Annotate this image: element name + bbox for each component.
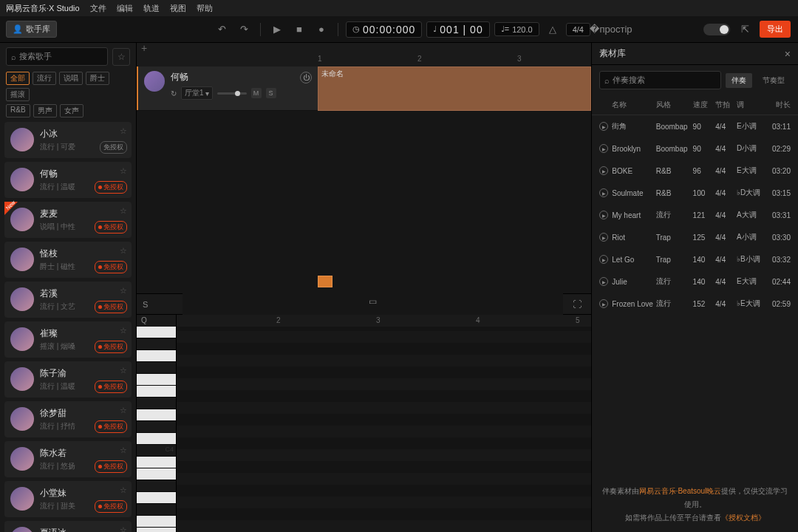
loop-icon[interactable]: ↻ <box>171 89 177 98</box>
filter-tag[interactable]: 说唱 <box>59 72 83 85</box>
solo-button[interactable]: S <box>266 88 276 98</box>
menu-view[interactable]: 视图 <box>170 3 186 14</box>
menu-edit[interactable]: 编辑 <box>117 3 133 14</box>
star-icon[interactable]: ☆ <box>120 366 127 375</box>
undo-icon[interactable]: ↶ <box>213 21 231 38</box>
play-icon[interactable]: ▶ <box>599 144 608 153</box>
tab-accompaniment[interactable]: 伴奏 <box>726 73 752 88</box>
piano-key[interactable] <box>137 480 176 492</box>
star-icon[interactable]: ☆ <box>120 246 127 256</box>
piano-key[interactable] <box>137 386 176 398</box>
singer-card[interactable]: 陈子渝流行 | 温暖☆免授权 <box>4 361 132 398</box>
provider-link[interactable]: 网易云音乐·Beatsoul晚云 <box>639 487 722 495</box>
play-icon[interactable]: ▶ <box>599 233 608 242</box>
singer-list[interactable]: 小冰流行 | 可爱☆免授权何畅流行 | 温暖☆免授权麦麦说唱 | 中性☆免授权怪… <box>0 119 136 532</box>
singer-library-button[interactable]: 👤 歌手库 <box>6 21 57 38</box>
singer-card[interactable]: 何畅流行 | 温暖☆免授权 <box>4 162 132 198</box>
track-header[interactable]: 何畅 ⏻ ↻ 厅堂1 ▾ M S <box>137 66 318 110</box>
piano-key[interactable] <box>137 327 176 338</box>
singer-card[interactable]: 陈水若流行 | 悠扬☆免授权 <box>4 441 132 477</box>
col-sig[interactable]: 节拍 <box>715 100 737 110</box>
mixer-icon[interactable]: �простір <box>602 21 620 38</box>
volume-slider[interactable] <box>217 92 247 95</box>
col-key[interactable]: 调 <box>737 100 766 110</box>
piano-key[interactable] <box>137 338 176 350</box>
toggle-switch[interactable] <box>703 24 730 35</box>
play-icon[interactable]: ▶ <box>599 166 608 175</box>
add-track-icon[interactable]: + <box>141 42 147 54</box>
expand-icon[interactable]: ⛶ <box>569 297 585 312</box>
singer-card[interactable]: 夏语冰☆ <box>4 521 132 532</box>
library-row[interactable]: ▶BOKER&B964/4E大调03:20 <box>592 160 798 182</box>
piano-key[interactable] <box>137 398 176 409</box>
play-icon[interactable]: ▶ <box>599 277 608 286</box>
play-icon[interactable]: ▶ <box>599 122 608 131</box>
singer-card[interactable]: 麦麦说唱 | 中性☆免授权 <box>4 202 132 238</box>
redo-icon[interactable]: ↷ <box>235 21 253 38</box>
piano-keys[interactable]: Q C4 <box>137 315 177 532</box>
star-icon[interactable]: ☆ <box>120 406 127 415</box>
piano-key[interactable] <box>137 374 176 386</box>
play-icon[interactable]: ▶ <box>599 299 608 308</box>
star-icon[interactable]: ☆ <box>120 126 127 136</box>
track-lane[interactable]: 未命名 <box>318 66 591 110</box>
export-icon[interactable]: ⇱ <box>736 21 754 38</box>
library-row[interactable]: ▶BrooklynBoombap904/4D小调02:29 <box>592 137 798 160</box>
library-row[interactable]: ▶Frozen Love流行1524/4♭E大调02:59 <box>592 293 798 315</box>
piano-key[interactable] <box>137 492 176 504</box>
star-icon[interactable]: ☆ <box>120 166 127 176</box>
audio-clip[interactable]: 未命名 <box>318 66 591 111</box>
tab-rhythm[interactable]: 节奏型 <box>757 73 791 88</box>
piano-key[interactable] <box>137 468 176 480</box>
preset-dropdown[interactable]: 厅堂1 ▾ <box>181 86 213 100</box>
piano-key[interactable] <box>137 528 176 532</box>
library-row[interactable]: ▶Let GoTrap1404/4♭B小调03:32 <box>592 248 798 270</box>
power-icon[interactable]: ⏻ <box>300 72 312 83</box>
menu-file[interactable]: 文件 <box>90 3 106 14</box>
filter-tag[interactable]: 男声 <box>33 104 57 117</box>
piano-key[interactable] <box>137 504 176 516</box>
col-style[interactable]: 风格 <box>656 100 693 110</box>
timesig-display[interactable]: 4/4 <box>566 23 590 36</box>
piano-key[interactable]: C4 <box>137 445 176 457</box>
play-icon[interactable]: ▶ <box>599 255 608 264</box>
piano-key[interactable] <box>137 362 176 374</box>
piano-key[interactable] <box>137 516 176 528</box>
menu-help[interactable]: 帮助 <box>197 3 213 14</box>
piano-key[interactable] <box>137 433 176 445</box>
favorites-button[interactable]: ☆ <box>112 48 130 66</box>
library-row[interactable]: ▶My heart流行1214/4A大调03:31 <box>592 204 798 226</box>
library-row[interactable]: ▶RiotTrap1254/4A小调03:30 <box>592 226 798 248</box>
col-name[interactable]: 名称 <box>612 100 655 110</box>
filter-tag[interactable]: 全部 <box>6 72 30 85</box>
grid-ruler[interactable]: 2345 <box>177 315 591 327</box>
piano-key[interactable] <box>137 409 176 421</box>
menu-track[interactable]: 轨道 <box>143 3 160 14</box>
singer-card[interactable]: 小冰流行 | 可爱☆免授权 <box>4 122 132 158</box>
star-icon[interactable]: ☆ <box>120 446 127 455</box>
library-search-input[interactable]: ⌕ 伴奏搜索 <box>599 71 721 89</box>
piano-key[interactable] <box>137 350 176 362</box>
filter-tag[interactable]: R&B <box>6 104 30 117</box>
star-icon[interactable]: ☆ <box>120 525 127 532</box>
search-input[interactable]: ⌕ 搜索歌手 <box>6 47 108 66</box>
piano-key[interactable] <box>137 421 176 433</box>
record-icon[interactable]: ● <box>313 21 330 38</box>
col-bpm[interactable]: 速度 <box>693 100 716 110</box>
filter-tag[interactable]: 爵士 <box>86 72 109 85</box>
play-icon[interactable]: ▶ <box>599 188 608 197</box>
mute-button[interactable]: M <box>251 88 262 98</box>
piano-key[interactable] <box>137 457 176 468</box>
singer-card[interactable]: 小堂妹流行 | 甜美☆免授权 <box>4 481 132 517</box>
tempo-display[interactable]: ♩= 120.0 <box>494 22 539 36</box>
midi-grid[interactable]: 2345 <box>177 315 591 532</box>
star-icon[interactable]: ☆ <box>120 485 127 495</box>
license-link[interactable]: 《授权文档》 <box>721 514 765 522</box>
star-icon[interactable]: ☆ <box>120 286 127 296</box>
play-icon[interactable]: ▶ <box>268 21 286 38</box>
singer-card[interactable]: 徐梦甜流行 | 抒情☆免授权 <box>4 401 132 437</box>
star-icon[interactable]: ☆ <box>120 206 127 216</box>
singer-card[interactable]: 怪枝爵士 | 磁性☆免授权 <box>4 242 132 278</box>
singer-card[interactable]: 若溪流行 | 文艺☆免授权 <box>4 282 132 318</box>
col-dur[interactable]: 时长 <box>766 100 791 110</box>
